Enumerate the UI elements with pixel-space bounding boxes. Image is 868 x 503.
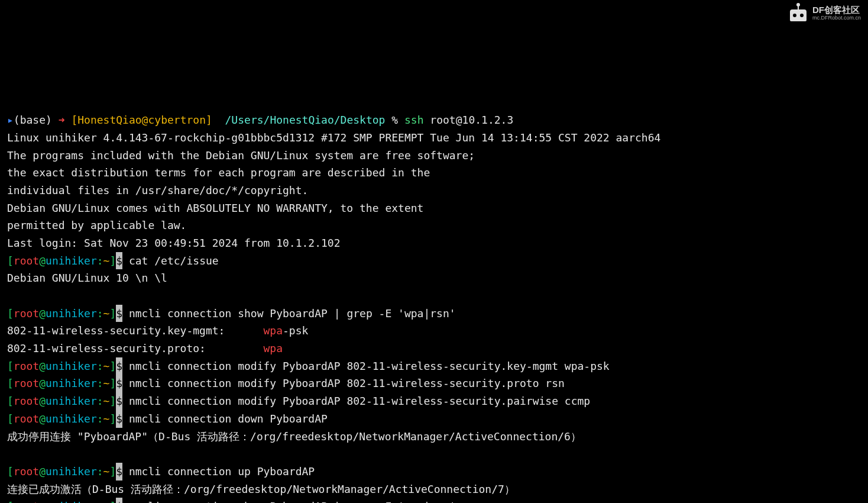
cmd-modify3: nmcli connection modify PyboardAP 802-11…: [129, 395, 590, 407]
up-output: 连接已成功激活（D-Bus 活动路径：/org/freedesktop/Netw…: [7, 481, 861, 498]
cmd-cat-issue: cat /etc/issue: [129, 254, 219, 267]
prompt-modify1: [root@unihiker:~]$ nmcli connection modi…: [7, 357, 861, 375]
prompt-down: [root@unihiker:~]$ nmcli connection down…: [7, 410, 861, 428]
watermark-sub: mc.DFRobot.com.cn: [812, 15, 861, 21]
cmd-modify2: nmcli connection modify PyboardAP 802-11…: [129, 377, 565, 389]
robot-icon: [788, 5, 809, 21]
show1-output-1: 802-11-wireless-security.key-mgmt: wpa-p…: [7, 322, 861, 340]
ssh-target: root@10.1.2.3: [430, 114, 513, 126]
banner-line-6: Debian GNU/Linux comes with ABSOLUTELY N…: [7, 199, 861, 217]
blank-line: [7, 287, 861, 305]
banner-line-2: The programs included with the Debian GN…: [7, 147, 861, 165]
prompt-modify3: [root@unihiker:~]$ nmcli connection modi…: [7, 392, 861, 410]
show1-output-2: 802-11-wireless-security.proto: wpa: [7, 340, 861, 357]
banner-line-4: individual files in /usr/share/doc/*/cop…: [7, 182, 861, 199]
bracket-open: [: [65, 114, 78, 126]
conda-env: (base): [14, 114, 52, 126]
highlight-wpa: wpa: [264, 342, 283, 354]
bracket-close: ]: [206, 114, 212, 126]
issue-output: Debian GNU/Linux 10 \n \l: [7, 269, 861, 287]
watermark-main: DF创客社区: [812, 5, 861, 14]
local-path: /Users/HonestQiao/Desktop: [225, 114, 386, 126]
remote-user: root: [14, 254, 39, 267]
arrow-icon: ➜: [59, 114, 65, 126]
blank-line: [7, 445, 861, 463]
dollar-prompt: $: [116, 252, 122, 270]
highlight-wpa: wpa: [264, 324, 283, 337]
cmd-show1: nmcli connection show PyboardAP | grep -…: [129, 307, 456, 320]
banner-line-3: the exact distribution terms for each pr…: [7, 164, 861, 182]
watermark-logo: DF创客社区 mc.DFRobot.com.cn: [788, 5, 861, 21]
prompt-up: [root@unihiker:~]$ nmcli connection up P…: [7, 463, 861, 481]
cmd-show2: nmcli connection show PyboardAP | grep -…: [129, 500, 456, 503]
prompt-show2: [root@unihiker:~]$ nmcli connection show…: [7, 498, 861, 503]
local-user-host: HonestQiao@cybertron: [77, 114, 206, 126]
ssh-command: ssh: [404, 114, 424, 126]
cmd-up: nmcli connection up PyboardAP: [129, 465, 315, 478]
prompt-modify2: [root@unihiker:~]$ nmcli connection modi…: [7, 375, 861, 392]
prompt-show1: [root@unihiker:~]$ nmcli connection show…: [7, 305, 861, 323]
local-prompt-line: ▸(base) ➜ [HonestQiao@cybertron] /Users/…: [7, 111, 861, 129]
remote-host: unihiker: [46, 254, 97, 267]
prompt-cat: [root@unihiker:~]$ cat /etc/issue: [7, 252, 861, 270]
cursor-icon: ▸: [7, 114, 14, 126]
banner-line-8: Last login: Sat Nov 23 00:49:51 2024 fro…: [7, 234, 861, 252]
cmd-modify1: nmcli connection modify PyboardAP 802-11…: [129, 360, 610, 372]
terminal-content[interactable]: ▸(base) ➜ [HonestQiao@cybertron] /Users/…: [7, 111, 861, 503]
percent-sign: %: [391, 114, 398, 126]
down-output: 成功停用连接 "PyboardAP"（D-Bus 活动路径：/org/freed…: [7, 428, 861, 446]
cmd-down: nmcli connection down PyboardAP: [129, 412, 328, 425]
banner-line-0: Linux unihiker 4.4.143-67-rockchip-g01bb…: [7, 129, 861, 147]
remote-path: ~: [103, 254, 110, 267]
banner-line-7: permitted by applicable law.: [7, 217, 861, 234]
